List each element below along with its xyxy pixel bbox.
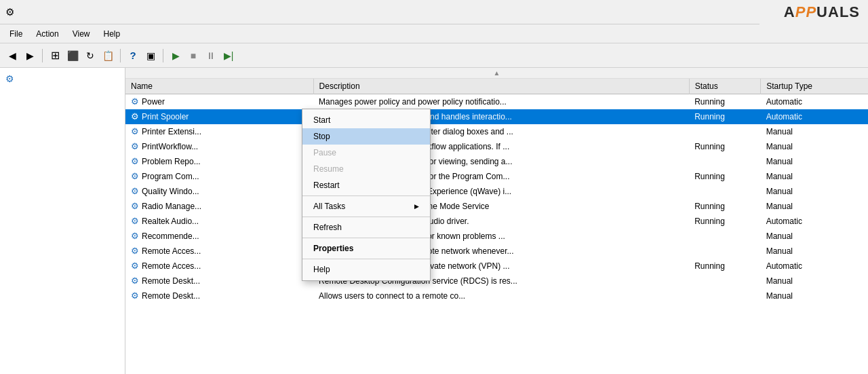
service-startup-cell: Automatic	[761, 94, 868, 109]
header-status[interactable]: Status	[689, 79, 761, 94]
menu-file[interactable]: File	[3, 28, 29, 40]
context-menu-label: Resume	[313, 164, 344, 174]
services-local-icon: ⚙	[5, 73, 14, 84]
header-startup-type[interactable]: Startup Type	[761, 79, 868, 94]
help-toolbar-button[interactable]: ?	[125, 48, 141, 64]
table-row[interactable]: ⚙Problem Repo...This service provides su…	[125, 154, 868, 169]
play-button[interactable]: ▶	[167, 48, 184, 64]
toolbar: ◀ ▶ ⊞ ⬛ ↻ 📋 ? ▣ ▶ ■ ⏸ ▶|	[0, 43, 868, 68]
service-startup-cell: Automatic	[761, 259, 868, 274]
gear-icon: ⚙	[131, 186, 139, 196]
service-status-cell: Running	[689, 199, 761, 214]
left-panel: ⚙	[0, 68, 125, 374]
services-app-icon: ⚙	[5, 6, 14, 18]
context-menu-item-help[interactable]: Help	[302, 261, 430, 278]
toolbar-separator-2	[120, 49, 121, 62]
service-status-cell	[689, 229, 761, 244]
context-menu-label: Refresh	[313, 223, 342, 232]
service-status-cell: Running	[689, 109, 761, 124]
service-startup-cell: Manual	[761, 124, 868, 139]
gear-icon: ⚙	[131, 126, 139, 136]
context-menu-item-start[interactable]: Start	[302, 112, 430, 128]
logo-area: APPUALS	[760, 0, 868, 24]
service-name-cell: ⚙Recommende...	[125, 229, 313, 244]
service-status-cell: Running	[689, 169, 761, 184]
refresh-toolbar-button[interactable]: ↻	[82, 48, 98, 64]
up-level-button[interactable]: ⬛	[64, 48, 81, 64]
gear-icon: ⚙	[131, 171, 139, 181]
service-desc-cell: Manages power policy and power policy no…	[313, 94, 689, 109]
table-row[interactable]: ⚙PrintWorkflow...Provides support for Pr…	[125, 139, 868, 154]
view-button[interactable]: ▣	[142, 48, 159, 64]
gear-icon: ⚙	[131, 156, 139, 166]
service-status-cell: Running	[689, 259, 761, 274]
service-name-cell: ⚙Printer Extensi...	[125, 124, 313, 139]
header-name[interactable]: Name	[125, 79, 313, 94]
gear-icon: ⚙	[131, 291, 139, 301]
service-startup-cell: Manual	[761, 139, 868, 154]
table-header-row: Name Description Status Startup Type	[125, 79, 868, 94]
service-desc-cell: Allows users to connect to a remote co..…	[313, 288, 689, 303]
stop-button[interactable]: ■	[185, 48, 201, 64]
pause-button[interactable]: ⏸	[203, 48, 219, 64]
forward-button[interactable]: ▶	[22, 48, 38, 64]
service-status-cell	[689, 274, 761, 288]
service-status-cell: Running	[689, 94, 761, 109]
context-menu-separator	[302, 259, 430, 259]
menu-action[interactable]: Action	[29, 28, 65, 40]
table-row[interactable]: ⚙Realtek Audio...For cooperation with Re…	[125, 214, 868, 229]
export-button[interactable]: 📋	[100, 48, 116, 64]
service-status-cell: Running	[689, 139, 761, 154]
table-row[interactable]: ⚙Quality Windo...Quality Windows Audio V…	[125, 184, 868, 199]
gear-icon: ⚙	[131, 246, 139, 256]
context-menu-item-refresh[interactable]: Refresh	[302, 219, 430, 236]
table-row[interactable]: ⚙PowerManages power policy and power pol…	[125, 94, 868, 109]
appuals-logo: APPUALS	[784, 3, 860, 21]
table-row[interactable]: ⚙Radio Manage...Radio Management and Air…	[125, 199, 868, 214]
services-local-item[interactable]: ⚙	[0, 71, 125, 87]
table-row[interactable]: ⚙Program Com...This service provides sup…	[125, 169, 868, 184]
resume-button[interactable]: ▶|	[220, 48, 237, 64]
gear-icon: ⚙	[131, 261, 139, 271]
table-row[interactable]: ⚙Remote Deskt...Remote Desktop Configura…	[125, 274, 868, 288]
gear-icon: ⚙	[131, 141, 139, 151]
services-table: Name Description Status Startup Type ⚙Po…	[125, 79, 868, 303]
menu-view[interactable]: View	[66, 28, 97, 40]
context-menu-separator	[302, 217, 430, 217]
table-row[interactable]: ⚙Print SpoolerThis service spools print …	[125, 109, 868, 124]
context-menu-separator	[302, 238, 430, 238]
context-menu-item-restart[interactable]: Restart	[302, 177, 430, 193]
table-row[interactable]: ⚙Printer Extensi...This service opens cu…	[125, 124, 868, 139]
service-startup-cell: Automatic	[761, 214, 868, 229]
gear-icon: ⚙	[131, 231, 139, 241]
service-startup-cell: Manual	[761, 169, 868, 184]
table-row[interactable]: ⚙Remote Deskt...Allows users to connect …	[125, 288, 868, 303]
context-menu-item-all-tasks[interactable]: All Tasks▶	[302, 198, 430, 214]
table-row[interactable]: ⚙Remote Acces...Manages dial-up and virt…	[125, 259, 868, 274]
context-menu-item-pause: Pause	[302, 145, 430, 161]
submenu-arrow-icon: ▶	[414, 203, 419, 210]
service-status-cell	[689, 244, 761, 259]
service-startup-cell: Manual	[761, 154, 868, 169]
service-name-cell: ⚙PrintWorkflow...	[125, 139, 313, 154]
service-startup-cell: Manual	[761, 199, 868, 214]
table-row[interactable]: ⚙Recommende...Enables automatic mitigati…	[125, 229, 868, 244]
gear-icon: ⚙	[131, 276, 139, 286]
service-status-cell	[689, 124, 761, 139]
table-row[interactable]: ⚙Remote Acces...Creates a connection to …	[125, 244, 868, 259]
service-name-cell: ⚙Remote Deskt...	[125, 288, 313, 303]
title-bar: ⚙ APPUALS	[0, 0, 868, 24]
service-startup-cell: Automatic	[761, 109, 868, 124]
service-name-cell: ⚙Remote Acces...	[125, 244, 313, 259]
show-hide-button[interactable]: ⊞	[47, 48, 63, 64]
context-menu-item-properties[interactable]: Properties	[302, 240, 430, 257]
context-menu-label: Restart	[313, 181, 340, 190]
service-name-cell: ⚙Quality Windo...	[125, 184, 313, 199]
service-startup-cell: Manual	[761, 184, 868, 199]
context-menu-item-stop[interactable]: Stop	[302, 128, 430, 145]
service-startup-cell: Manual	[761, 288, 868, 303]
service-status-cell	[689, 288, 761, 303]
back-button[interactable]: ◀	[4, 48, 20, 64]
menu-help[interactable]: Help	[97, 28, 127, 40]
header-description[interactable]: Description	[313, 79, 689, 94]
